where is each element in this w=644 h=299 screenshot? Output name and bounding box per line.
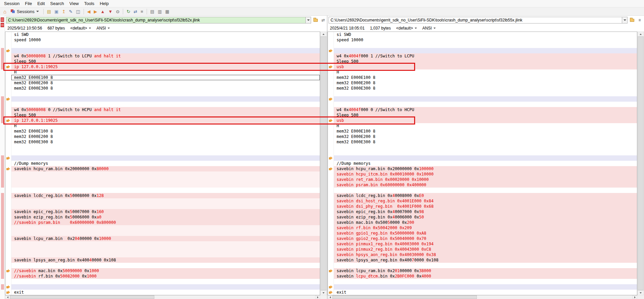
code-line[interactable] (11, 284, 320, 290)
code-line[interactable]: savebin gpio1_reg.bin 0x50000000 0xA8 (334, 231, 637, 236)
new-session-button[interactable]: ▣ (53, 8, 60, 15)
home-button[interactable]: ⌂ (2, 8, 8, 15)
scrollbar-thumb[interactable] (320, 37, 327, 290)
code-line[interactable]: Sleep 500 (11, 59, 320, 64)
scroll-up-button[interactable] (320, 32, 327, 37)
left-browse-button[interactable] (312, 17, 319, 23)
code-line[interactable] (11, 263, 320, 268)
menu-help[interactable]: Help (97, 0, 111, 7)
show-all-button[interactable]: ▤ (149, 8, 156, 15)
code-line[interactable]: savebin hcpu_itcm.bin 0x00010000 0x10000 (334, 171, 637, 177)
code-line[interactable]: savebin pinmux1_reg.bin 0x40003000 0x194 (334, 241, 637, 247)
code-line[interactable]: savebin hpsys_aon_reg.bin 0x40030000 0x3… (334, 252, 637, 257)
scrollbar-thumb[interactable] (333, 295, 477, 299)
save-session-button[interactable]: ◫ (74, 8, 82, 15)
code-line[interactable] (11, 145, 320, 150)
menu-tools[interactable]: Tools (82, 0, 97, 7)
code-line[interactable]: savebin lcdc_reg.bin 0x50008000 0x128 (11, 193, 320, 198)
code-line[interactable]: savebin lpsys_aon_reg.bin 0x40040000 0x1… (11, 257, 320, 263)
code-line[interactable]: H (334, 69, 637, 75)
code-line[interactable] (11, 177, 320, 182)
scroll-down-button[interactable] (637, 290, 644, 295)
find-button[interactable]: ⊙ (114, 8, 121, 15)
code-line[interactable]: savebin ezip_reg.bin 0x50006000 0xa0 (11, 214, 320, 220)
code-line[interactable]: savebin epic_reg.bin 0x50007000 0x160 (11, 209, 320, 214)
code-line[interactable]: w4 0x50008008 1 //Switch to LCPU and hal… (11, 53, 320, 59)
scroll-left-button[interactable] (5, 295, 10, 299)
code-line[interactable]: mem32 E000E200 8 (334, 134, 637, 139)
code-line[interactable]: savebin ret_ram.bin 0x00020000 0x10000 (334, 177, 637, 182)
code-line[interactable]: usb (334, 64, 637, 69)
left-swap-button[interactable]: ⇄ (320, 17, 327, 23)
code-line[interactable] (334, 284, 637, 290)
code-line[interactable]: speed 10000 (11, 37, 320, 43)
code-line[interactable]: Sleep 500 (11, 112, 320, 118)
swap-sides-button[interactable]: ⇄ (132, 8, 139, 15)
code-line[interactable] (11, 247, 320, 252)
copy-to-left-button[interactable]: ◀ (86, 8, 92, 15)
left-encoding-dropdown[interactable]: ANSI (97, 26, 110, 31)
code-line[interactable]: savebin pinmux2_reg.bin 0x40043000 0xC8 (334, 247, 637, 252)
code-line[interactable]: mem32 E000E100 8 (334, 75, 637, 80)
code-line[interactable]: exit (334, 290, 637, 295)
right-encoding-dropdown[interactable]: ANSI (423, 26, 436, 31)
code-line[interactable]: mem32 E000E300 8 (334, 86, 637, 91)
code-line[interactable]: //savebin mac.bin 0x50090000 0x1000 (11, 268, 320, 273)
code-line[interactable]: savebin lpsys_aon_reg.bin 0x40070000 0x1… (334, 257, 637, 263)
code-line[interactable] (11, 231, 320, 236)
code-line[interactable]: H (334, 123, 637, 129)
code-line[interactable]: savebin ezip_reg.bin 0x40006000 0x50 (334, 214, 637, 220)
code-line[interactable]: mem32 E000E200 8 (11, 80, 320, 86)
right-path-input[interactable] (329, 17, 622, 23)
code-line[interactable] (11, 48, 320, 53)
copy-to-right-button[interactable]: ▶ (92, 8, 99, 15)
code-line[interactable]: savebin lcdc_reg.bin 0x40008000 0xE0 (334, 193, 637, 198)
menu-search[interactable]: Search (48, 0, 67, 7)
scroll-right-button[interactable] (315, 295, 320, 299)
next-difference-button[interactable]: ▼ (106, 8, 114, 15)
code-line[interactable]: //savebin psram.bin 0x60000000 0x800000 (11, 220, 320, 225)
code-line[interactable]: mem32 E000E100 8 (11, 75, 320, 80)
code-line[interactable]: H (11, 123, 320, 129)
code-line[interactable]: mem32 E000E300 8 (11, 139, 320, 145)
code-line[interactable]: savebin lcpu_ram.bin 0x20400000 0x10000 (11, 236, 320, 241)
scrollbar-thumb[interactable] (10, 295, 154, 299)
code-line[interactable]: savebin epic_reg.bin 0x40007000 0x98 (334, 209, 637, 214)
code-line[interactable]: mem32 E000E200 8 (11, 134, 320, 139)
code-line[interactable]: savebin lcpu_ram.bin 0x20100000 0x38000 (334, 268, 637, 273)
open-session-button[interactable]: ▤ (45, 8, 53, 15)
left-format-dropdown[interactable]: <default> (70, 26, 91, 31)
code-line[interactable]: si SWD (11, 32, 320, 37)
previous-difference-button[interactable]: ▲ (99, 8, 107, 15)
code-line[interactable]: w4 0x50008008 0 //Switch to HCPU and hal… (11, 107, 320, 112)
code-line[interactable] (334, 43, 637, 48)
code-line[interactable] (11, 279, 320, 284)
code-line[interactable]: savebin hcpu_ram.bin 0x20000000 0x100000 (334, 166, 637, 171)
code-line[interactable] (11, 91, 320, 96)
code-line[interactable]: mem32 E000E300 8 (11, 86, 320, 91)
code-line[interactable]: //Dump memorys (11, 161, 320, 166)
code-line[interactable] (334, 48, 637, 53)
code-line[interactable] (11, 188, 320, 193)
right-options-button[interactable]: ≡ (636, 17, 643, 23)
code-line[interactable] (11, 182, 320, 188)
code-line[interactable]: savebin gpio2_reg.bin 0x50040000 0x70 (334, 236, 637, 241)
code-line[interactable]: H (11, 69, 320, 75)
code-line[interactable]: si SWD (334, 32, 637, 37)
code-line[interactable]: w4 0x4004f000 1 //Switch to LCPU (334, 53, 637, 59)
left-vertical-scrollbar[interactable] (320, 32, 327, 295)
menu-session[interactable]: Session (1, 0, 22, 7)
left-path-dropdown-button[interactable] (306, 17, 311, 23)
right-vertical-scrollbar[interactable] (637, 32, 644, 295)
code-line[interactable]: //savebin rf.bin 0x50082000 0x1000 (11, 273, 320, 279)
code-line[interactable]: savebin rf.bin 0x50042000 0x209 (334, 225, 637, 231)
edit-paths-button[interactable]: ✎ (67, 8, 74, 15)
right-text-area[interactable]: si SWDspeed 10000w4 0x4004f000 1 //Switc… (334, 32, 637, 295)
code-line[interactable]: speed 10000 (334, 37, 637, 43)
code-line[interactable] (11, 102, 320, 107)
left-horizontal-scrollbar[interactable] (5, 295, 320, 299)
diff-location-strip[interactable] (0, 15, 5, 299)
menu-file[interactable]: File (22, 0, 35, 7)
left-path-input[interactable] (6, 17, 306, 23)
code-line[interactable]: ip 127.0.0.1:19025 (11, 64, 320, 69)
